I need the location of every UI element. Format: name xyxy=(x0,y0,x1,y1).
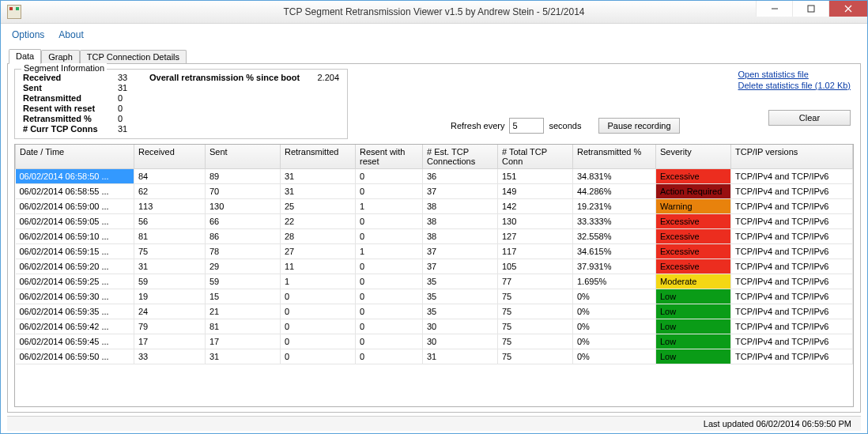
table-row[interactable]: 06/02/2014 06:58:50 ...84893103615134.83… xyxy=(16,169,853,184)
cell-severity: Low xyxy=(656,304,731,319)
cell-retransmitted: 0 xyxy=(281,319,356,334)
table-row[interactable]: 06/02/2014 06:59:25 ...59591035771.695%M… xyxy=(16,274,853,289)
cell-est-conns: 30 xyxy=(423,319,498,334)
table-row[interactable]: 06/02/2014 06:59:05 ...56662203813033.33… xyxy=(16,214,853,229)
cell-retransmitted: 0 xyxy=(281,349,356,364)
cell-total-conns: 127 xyxy=(498,229,573,244)
table-row[interactable]: 06/02/2014 06:59:10 ...81862803812732.55… xyxy=(16,229,853,244)
col-sent[interactable]: Sent xyxy=(206,145,281,169)
cell-retransmitted: 11 xyxy=(281,259,356,274)
cell-retrans-pct: 0% xyxy=(573,304,656,319)
cell-datetime: 06/02/2014 06:59:42 ... xyxy=(16,319,134,334)
cell-datetime: 06/02/2014 06:59:00 ... xyxy=(16,199,134,214)
cell-resent-reset: 1 xyxy=(356,199,423,214)
cell-versions: TCP/IPv4 and TCP/IPv6 xyxy=(731,319,853,334)
cell-datetime: 06/02/2014 06:59:10 ... xyxy=(16,229,134,244)
cell-versions: TCP/IPv4 and TCP/IPv6 xyxy=(731,169,853,184)
col-total-conns[interactable]: # Total TCP Conn xyxy=(498,145,573,169)
maximize-button[interactable] xyxy=(792,1,828,17)
cell-sent: 81 xyxy=(206,319,281,334)
refresh-interval-input[interactable] xyxy=(509,118,544,134)
cell-retransmitted: 0 xyxy=(281,334,356,349)
app-window: TCP Segment Retransmission Viewer v1.5 b… xyxy=(0,0,868,434)
col-versions[interactable]: TCP/IP versions xyxy=(731,145,853,169)
cell-retrans-pct: 0% xyxy=(573,334,656,349)
cell-received: 19 xyxy=(134,289,206,304)
cell-resent-reset: 0 xyxy=(356,304,423,319)
table-row[interactable]: 06/02/2014 06:59:45 ...17170030750%LowTC… xyxy=(16,334,853,349)
table-row[interactable]: 06/02/2014 06:59:30 ...19150035750%LowTC… xyxy=(16,289,853,304)
cell-versions: TCP/IPv4 and TCP/IPv6 xyxy=(731,244,853,259)
pause-recording-button[interactable]: Pause recording xyxy=(598,118,679,134)
cell-est-conns: 30 xyxy=(423,334,498,349)
refresh-unit: seconds xyxy=(549,121,581,130)
cell-resent-reset: 0 xyxy=(356,274,423,289)
cell-received: 33 xyxy=(134,349,206,364)
last-updated: Last updated 06/02/2014 06:59:50 PM xyxy=(704,419,851,428)
cell-received: 24 xyxy=(134,304,206,319)
cell-retrans-pct: 34.615% xyxy=(573,244,656,259)
cell-sent: 78 xyxy=(206,244,281,259)
col-received[interactable]: Received xyxy=(134,145,206,169)
table-row[interactable]: 06/02/2014 06:59:35 ...24210035750%LowTC… xyxy=(16,304,853,319)
cell-severity: Low xyxy=(656,289,731,304)
data-table: Date / Time Received Sent Retransmitted … xyxy=(15,145,853,364)
cell-resent-reset: 1 xyxy=(356,244,423,259)
cell-resent-reset: 0 xyxy=(356,169,423,184)
col-severity[interactable]: Severity xyxy=(656,145,731,169)
data-grid[interactable]: Date / Time Received Sent Retransmitted … xyxy=(14,144,854,407)
col-retransmitted[interactable]: Retransmitted xyxy=(281,145,356,169)
cell-est-conns: 35 xyxy=(423,304,498,319)
minimize-button[interactable] xyxy=(756,1,792,17)
cell-sent: 130 xyxy=(206,199,281,214)
table-row[interactable]: 06/02/2014 06:59:15 ...75782713711734.61… xyxy=(16,244,853,259)
window-title: TCP Segment Retransmission Viewer v1.5 b… xyxy=(1,6,867,17)
table-row[interactable]: 06/02/2014 06:59:42 ...79810030750%LowTC… xyxy=(16,319,853,334)
tab-connection-details[interactable]: TCP Connection Details xyxy=(80,50,187,64)
cell-severity: Low xyxy=(656,349,731,364)
cell-est-conns: 38 xyxy=(423,229,498,244)
cell-severity: Low xyxy=(656,334,731,349)
table-row[interactable]: 06/02/2014 06:59:50 ...33310031750%LowTC… xyxy=(16,349,853,364)
cell-total-conns: 75 xyxy=(498,349,573,364)
table-row[interactable]: 06/02/2014 06:58:55 ...62703103714944.28… xyxy=(16,184,853,199)
cell-resent-reset: 0 xyxy=(356,319,423,334)
col-resent-reset[interactable]: Resent with reset xyxy=(356,145,423,169)
cell-total-conns: 142 xyxy=(498,199,573,214)
col-est-conns[interactable]: # Est. TCP Connections xyxy=(423,145,498,169)
menu-options[interactable]: Options xyxy=(12,29,44,40)
resent-reset-value: 0 xyxy=(118,104,149,113)
received-label: Received xyxy=(23,73,118,82)
cell-resent-reset: 0 xyxy=(356,184,423,199)
overall-retrans-label: Overall retransmission % since boot xyxy=(149,73,312,82)
table-row[interactable]: 06/02/2014 06:59:00 ...1131302513814219.… xyxy=(16,199,853,214)
close-button[interactable] xyxy=(828,1,867,17)
tab-graph[interactable]: Graph xyxy=(41,50,80,64)
resent-reset-label: Resent with reset xyxy=(23,104,118,113)
received-value: 33 xyxy=(118,73,149,82)
menu-about[interactable]: About xyxy=(58,29,83,40)
cell-datetime: 06/02/2014 06:59:50 ... xyxy=(16,349,134,364)
cell-received: 79 xyxy=(134,319,206,334)
col-retrans-pct[interactable]: Retransmitted % xyxy=(573,145,656,169)
cell-severity: Excessive xyxy=(656,214,731,229)
cell-received: 81 xyxy=(134,229,206,244)
segment-information-title: Segment Information xyxy=(21,63,107,73)
cell-sent: 31 xyxy=(206,349,281,364)
cell-total-conns: 75 xyxy=(498,289,573,304)
table-row[interactable]: 06/02/2014 06:59:20 ...31291103710537.93… xyxy=(16,259,853,274)
cell-total-conns: 75 xyxy=(498,334,573,349)
refresh-label: Refresh every xyxy=(451,121,504,130)
delete-stats-link[interactable]: Delete statistics file (1.02 Kb) xyxy=(738,80,851,91)
cell-sent: 89 xyxy=(206,169,281,184)
col-datetime[interactable]: Date / Time xyxy=(16,145,134,169)
cell-received: 113 xyxy=(134,199,206,214)
retransmitted-value: 0 xyxy=(118,93,149,103)
sent-label: Sent xyxy=(23,83,118,92)
tab-data[interactable]: Data xyxy=(9,49,41,64)
clear-button[interactable]: Clear xyxy=(768,110,851,126)
open-stats-link[interactable]: Open statistics file xyxy=(738,69,851,80)
cell-datetime: 06/02/2014 06:59:25 ... xyxy=(16,274,134,289)
cell-datetime: 06/02/2014 06:59:35 ... xyxy=(16,304,134,319)
cell-retransmitted: 31 xyxy=(281,184,356,199)
